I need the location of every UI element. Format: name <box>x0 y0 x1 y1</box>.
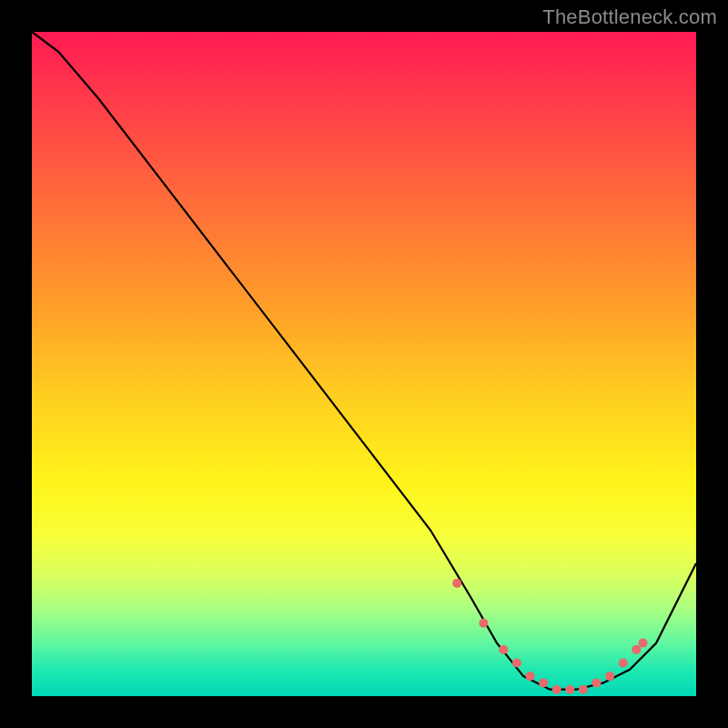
marker-group <box>452 579 647 694</box>
marker-point <box>452 579 461 588</box>
marker-point <box>499 645 508 654</box>
plot-area <box>32 32 696 696</box>
marker-point <box>565 685 574 694</box>
marker-point <box>579 685 588 694</box>
bottleneck-curve <box>32 32 696 690</box>
marker-point <box>639 639 648 648</box>
marker-point <box>619 659 628 668</box>
marker-point <box>592 678 602 687</box>
marker-point <box>552 685 561 694</box>
marker-point <box>512 659 521 668</box>
marker-point <box>605 672 614 681</box>
marker-point <box>632 645 641 654</box>
chart-frame: TheBottleneck.com <box>0 0 728 728</box>
marker-point <box>479 619 488 628</box>
marker-point <box>526 672 535 681</box>
curve-layer <box>32 32 696 696</box>
watermark-label: TheBottleneck.com <box>542 5 717 29</box>
marker-point <box>539 678 548 687</box>
